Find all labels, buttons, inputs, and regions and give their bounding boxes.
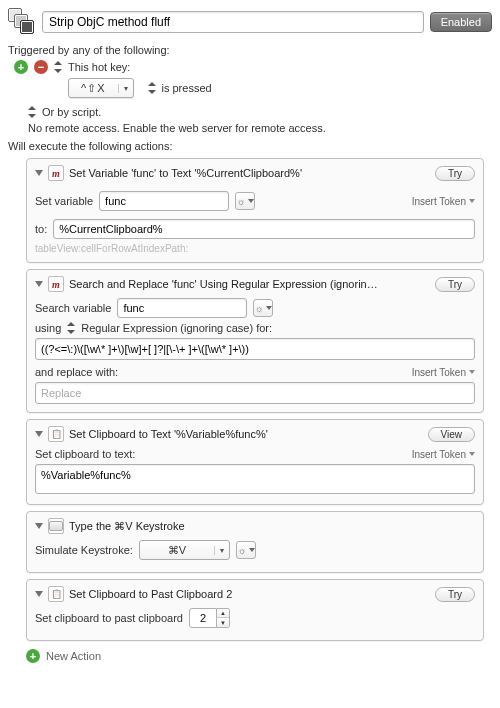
replace-label: and replace with: (35, 366, 118, 378)
actions-heading: Will execute the following actions: (8, 140, 492, 152)
is-pressed-label: is pressed (162, 82, 212, 94)
insert-token-menu[interactable]: Insert Token (412, 449, 475, 460)
script-trigger-label: Or by script. (42, 106, 101, 118)
action-title: Set Clipboard to Text '%Variable%func%' (69, 428, 423, 440)
set-variable-label: Set variable (35, 195, 93, 207)
plus-icon: + (26, 649, 40, 663)
clipboard-icon: 📋 (48, 426, 64, 442)
hotkey-value: ^⇧X (69, 82, 118, 95)
disclosure-icon[interactable] (35, 523, 43, 529)
disclosure-icon[interactable] (35, 431, 43, 437)
search-variable-input[interactable] (117, 298, 247, 318)
action-set-clipboard: 📋 Set Clipboard to Text '%Variable%func%… (26, 419, 484, 505)
macro-icon (8, 8, 36, 36)
remote-access-text: No remote access. Enable the web server … (28, 122, 492, 134)
variable-name-input[interactable] (99, 191, 229, 211)
sort-arrows-icon[interactable] (148, 82, 156, 94)
new-action-button[interactable]: + New Action (26, 649, 492, 663)
gear-icon[interactable]: ☼ (253, 299, 273, 317)
past-clipboard-label: Set clipboard to past clipboard (35, 612, 183, 624)
disclosure-icon[interactable] (35, 591, 43, 597)
try-button[interactable]: Try (435, 166, 475, 181)
action-title: Search and Replace 'func' Using Regular … (69, 278, 430, 290)
action-title: Set Variable 'func' to Text '%CurrentCli… (69, 167, 430, 179)
step-down-icon[interactable]: ▼ (217, 618, 229, 627)
hotkey-label: This hot key: (68, 61, 130, 73)
hotkey-field[interactable]: ^⇧X ▾ (68, 78, 134, 98)
sort-arrows-icon[interactable] (54, 61, 62, 73)
to-label: to: (35, 223, 47, 235)
add-trigger-icon[interactable]: + (14, 60, 28, 74)
sort-arrows-icon[interactable] (67, 322, 75, 334)
search-variable-label: Search variable (35, 302, 111, 314)
using-label: using (35, 322, 61, 334)
action-title: Type the ⌘V Keystroke (69, 520, 475, 533)
clipboard-index-input[interactable] (189, 608, 217, 628)
keystroke-field[interactable]: ⌘V ▾ (139, 540, 230, 560)
action-search-replace: m Search and Replace 'func' Using Regula… (26, 269, 484, 413)
keystroke-value: ⌘V (140, 544, 214, 557)
disclosure-icon[interactable] (35, 170, 43, 176)
try-button[interactable]: Try (435, 277, 475, 292)
triggers-heading: Triggered by any of the following: (8, 44, 492, 56)
new-action-label: New Action (46, 650, 101, 662)
macro-title-input[interactable] (42, 11, 424, 33)
sort-arrows-icon[interactable] (28, 106, 36, 118)
remove-trigger-icon[interactable]: − (34, 60, 48, 74)
gear-icon[interactable]: ☼ (236, 541, 256, 559)
regex-input[interactable] (35, 338, 475, 360)
enabled-toggle[interactable]: Enabled (430, 12, 492, 32)
view-button[interactable]: View (428, 427, 476, 442)
step-up-icon[interactable]: ▲ (217, 609, 229, 618)
preview-text: tableView:cellForRowAtIndexPath: (35, 243, 475, 254)
action-type-keystroke: Type the ⌘V Keystroke Simulate Keystroke… (26, 511, 484, 573)
chevron-down-icon[interactable]: ▾ (118, 84, 133, 93)
variable-icon: m (48, 276, 64, 292)
set-clipboard-label: Set clipboard to text: (35, 448, 135, 460)
clipboard-text-input[interactable]: %Variable%func% (35, 464, 475, 494)
replace-input[interactable] (35, 382, 475, 404)
variable-icon: m (48, 165, 64, 181)
to-value-input[interactable] (53, 219, 475, 239)
keyboard-icon (48, 518, 64, 534)
insert-token-menu[interactable]: Insert Token (412, 367, 475, 378)
regex-mode: Regular Expression (ignoring case) for: (81, 322, 272, 334)
insert-token-menu[interactable]: Insert Token (412, 196, 475, 207)
simulate-label: Simulate Keystroke: (35, 544, 133, 556)
clipboard-icon: 📋 (48, 586, 64, 602)
action-set-past-clipboard: 📋 Set Clipboard to Past Clipboard 2 Try … (26, 579, 484, 641)
gear-icon[interactable]: ☼ (235, 192, 255, 210)
clipboard-index-stepper[interactable]: ▲ ▼ (189, 608, 230, 628)
try-button[interactable]: Try (435, 587, 475, 602)
action-set-variable: m Set Variable 'func' to Text '%CurrentC… (26, 158, 484, 263)
action-title: Set Clipboard to Past Clipboard 2 (69, 588, 430, 600)
disclosure-icon[interactable] (35, 281, 43, 287)
chevron-down-icon[interactable]: ▾ (214, 546, 229, 555)
